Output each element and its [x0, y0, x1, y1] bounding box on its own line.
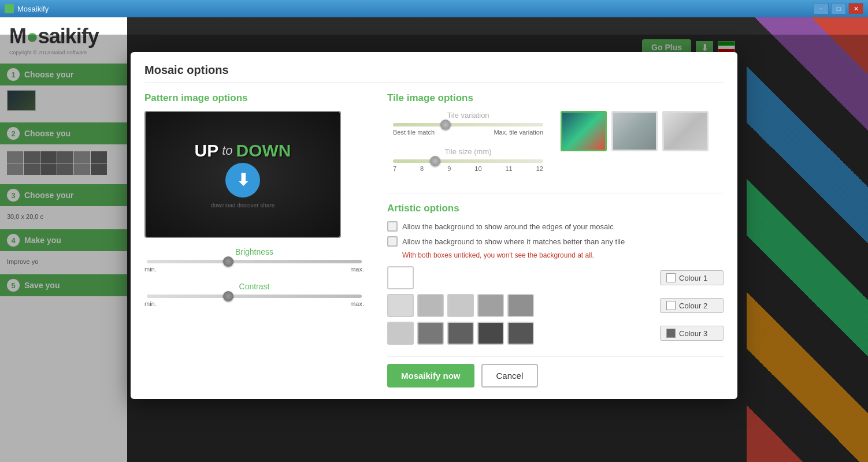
- tile-size-label: Tile size (mm): [387, 147, 549, 156]
- contrast-slider-section: Contrast min. max.: [144, 282, 364, 307]
- titlebar-left: Mosaikify: [5, 4, 49, 13]
- tile-section-title: Tile image options: [387, 92, 724, 104]
- tile-size-7: 7: [393, 165, 396, 172]
- pattern-preview-image: UP to DOWN ⬇ download discover share: [144, 111, 341, 238]
- brightness-label: Brightness: [144, 247, 364, 256]
- checkbox-2-label: Allow the background to show where it ma…: [402, 237, 625, 246]
- modal-dialog: Mosaic options Pattern image options UP …: [131, 52, 737, 399]
- brightness-slider[interactable]: [144, 260, 364, 263]
- tile-size-9: 9: [447, 165, 451, 172]
- modal-body: Pattern image options UP to DOWN ⬇: [144, 92, 724, 388]
- tile-variation-label: Tile variation: [387, 111, 549, 120]
- color-swatch-gray1[interactable]: [387, 294, 414, 317]
- brightness-min: min.: [144, 266, 157, 273]
- contrast-max: max.: [350, 300, 364, 307]
- color-swatch-white[interactable]: [387, 266, 414, 289]
- color-swatch-gray3[interactable]: [447, 294, 474, 317]
- max-tile-label: Max. tile variation: [494, 129, 543, 136]
- tile-size-thumb[interactable]: [430, 156, 440, 166]
- contrast-slider[interactable]: [144, 295, 364, 298]
- tile-size-8: 8: [420, 165, 424, 172]
- color-swatch-gray6[interactable]: [417, 322, 444, 345]
- contrast-min: min.: [144, 300, 157, 307]
- best-tile-label: Best tile match: [393, 129, 435, 136]
- app-body: M●saikify Copyright © 2013 Naiad Softwar…: [0, 17, 868, 462]
- brightness-minmax: min. max.: [144, 266, 364, 273]
- checkbox-row-1: Allow the background to show around the …: [387, 221, 724, 232]
- tile-sliders-area: Tile variation Best tile match Max. tile…: [387, 111, 549, 184]
- colour-3-button[interactable]: Colour 3: [660, 326, 724, 341]
- artistic-section: Artistic options Allow the background to…: [387, 193, 724, 345]
- brightness-track: [147, 260, 362, 263]
- tile-variation-section: Tile variation Best tile match Max. tile…: [387, 111, 549, 136]
- tile-images-area: [561, 111, 724, 151]
- maximize-button[interactable]: □: [831, 3, 846, 14]
- contrast-track: [147, 295, 362, 298]
- contrast-label: Contrast: [144, 282, 364, 291]
- tile-variation-labels: Best tile match Max. tile variation: [393, 129, 543, 136]
- right-top-area: Tile variation Best tile match Max. tile…: [387, 111, 724, 184]
- contrast-minmax: min. max.: [144, 300, 364, 307]
- cancel-button[interactable]: Cancel: [481, 364, 539, 388]
- titlebar-title: Mosaikify: [17, 5, 49, 13]
- colour-3-label: Colour 3: [679, 329, 707, 338]
- tile-variation-thumb[interactable]: [440, 120, 451, 130]
- brightness-slider-section: Brightness min. max.: [144, 247, 364, 273]
- modal-overlay: Mosaic options Pattern image options UP …: [0, 35, 868, 462]
- color-swatch-gray7[interactable]: [447, 322, 474, 345]
- brightness-max: max.: [350, 266, 364, 273]
- tile-variation-track[interactable]: [393, 123, 543, 126]
- checkbox-row-2: Allow the background to show where it ma…: [387, 236, 724, 247]
- checkbox-2[interactable]: [387, 236, 398, 247]
- titlebar: Mosaikify − □ ✕: [0, 0, 868, 17]
- modal-left-column: Pattern image options UP to DOWN ⬇: [144, 92, 364, 388]
- color-swatch-gray5[interactable]: [507, 294, 534, 317]
- minimize-button[interactable]: −: [814, 3, 829, 14]
- tile-size-11: 11: [506, 165, 513, 172]
- app-icon: [5, 4, 14, 13]
- colour-1-label: Colour 1: [679, 274, 707, 282]
- tile-size-10: 10: [474, 165, 481, 172]
- modal-right-column: Tile image options Tile variation: [387, 92, 724, 388]
- color-swatch-darkest[interactable]: [507, 322, 534, 345]
- tile-image-1[interactable]: [561, 111, 607, 151]
- close-button[interactable]: ✕: [848, 3, 863, 14]
- color-swatch-gray4[interactable]: [477, 294, 504, 317]
- tile-size-labels: 7 8 9 10 11 12: [393, 165, 543, 172]
- artistic-section-title: Artistic options: [387, 203, 724, 214]
- checkbox-1-label: Allow the background to show around the …: [402, 222, 614, 231]
- colour-3-preview: [666, 329, 676, 338]
- colour-2-label: Colour 2: [679, 301, 707, 310]
- pattern-section-title: Pattern image options: [144, 92, 364, 104]
- color-swatch-gray2[interactable]: [417, 294, 444, 317]
- modal-title: Mosaic options: [144, 64, 724, 83]
- modal-footer: Mosaikify now Cancel: [387, 356, 724, 388]
- colour-2-preview: [666, 301, 676, 310]
- mosaikify-now-button[interactable]: Mosaikify now: [387, 364, 474, 388]
- color-swatch-gray8[interactable]: [477, 322, 504, 345]
- tile-size-track[interactable]: [393, 159, 543, 163]
- colour-2-button[interactable]: Colour 2: [660, 298, 724, 313]
- pattern-preview-inner: UP to DOWN ⬇ download discover share: [146, 112, 340, 237]
- tile-image-2[interactable]: [611, 111, 658, 151]
- colour-1-button[interactable]: Colour 1: [660, 270, 724, 285]
- color-swatch-gray3b[interactable]: [387, 322, 414, 345]
- titlebar-controls[interactable]: − □ ✕: [814, 3, 863, 14]
- colour-1-preview: [666, 273, 676, 282]
- tile-size-section: Tile size (mm) 7 8 9: [387, 147, 549, 172]
- warning-text: With both boxes unticked, you won't see …: [402, 251, 724, 259]
- tile-image-3[interactable]: [662, 111, 709, 151]
- tile-size-12: 12: [536, 165, 543, 172]
- checkbox-1[interactable]: [387, 221, 398, 232]
